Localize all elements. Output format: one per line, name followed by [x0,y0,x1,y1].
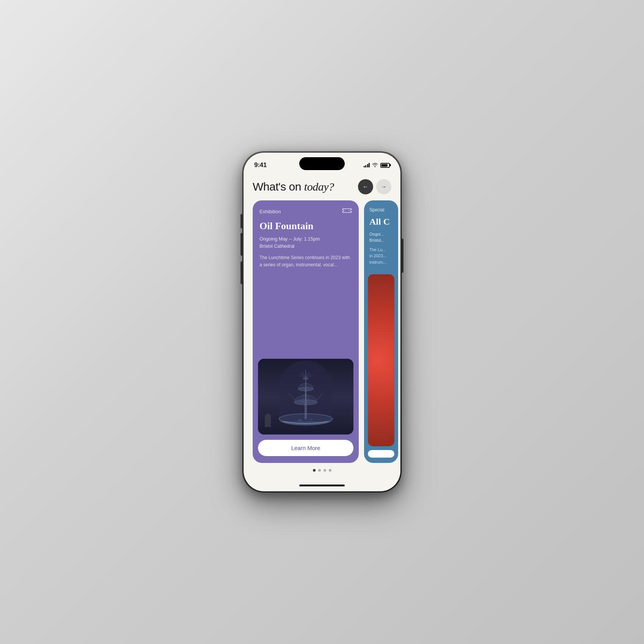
dynamic-island [299,157,345,170]
page-header: What's on today? ← → [244,175,400,200]
power-button [402,239,403,273]
title-italic: today? [304,180,334,193]
title-static: What's on [253,180,304,193]
learn-more-button[interactable]: Learn More [258,440,353,456]
peek-type-label: Special [369,207,393,213]
card-title: Oil Fountain [259,220,352,232]
card-type-label: Exhibition [259,209,281,214]
svg-point-2 [350,209,352,212]
dot-3[interactable] [324,469,326,472]
person-silhouette [265,414,271,427]
navigation-buttons: ← → [358,179,391,194]
screen-content: What's on today? ← → Exhibition [244,172,400,479]
card-description: The Lunchtime Series continues in 2023 w… [259,254,352,268]
phone-mockup: 9:41 [242,152,402,492]
pagination-dots [244,463,400,479]
card-image [258,359,353,435]
volume-down-button [241,261,242,284]
svg-point-1 [342,209,344,212]
peek-learn-more-button[interactable] [368,450,394,458]
nav-forward-button[interactable]: → [376,179,391,194]
status-time: 9:41 [254,161,267,169]
page-title: What's on today? [253,180,334,193]
card-type-row: Exhibition [259,207,352,216]
wifi-icon [372,163,378,168]
dot-2[interactable] [318,469,321,472]
second-card-peek[interactable]: Special All C Ongoi... Bristol... The Lu… [364,200,398,463]
peek-date: Ongoi... Bristol... [369,231,393,244]
silent-button [241,214,242,228]
signal-icon [364,163,370,167]
dot-1[interactable] [313,469,316,472]
volume-up-button [241,233,242,256]
phone-screen: 9:41 [244,153,400,491]
card-date: Ongoing May – July: 1.15pm Bristol Cathe… [259,236,352,250]
exhibition-card[interactable]: Exhibition Oil F [253,200,359,463]
home-indicator [244,479,400,491]
ticket-icon [342,207,352,216]
battery-icon [380,163,390,168]
nav-back-button[interactable]: ← [358,179,373,194]
dot-4[interactable] [329,469,331,472]
status-icons [364,163,390,168]
cards-container: Exhibition Oil F [244,200,400,463]
home-bar [299,485,345,486]
status-bar: 9:41 [244,153,400,172]
peek-description: The Lu... in 2023... instrum... [369,247,393,266]
peek-card-image [368,274,394,446]
peek-title: All C [369,216,393,227]
